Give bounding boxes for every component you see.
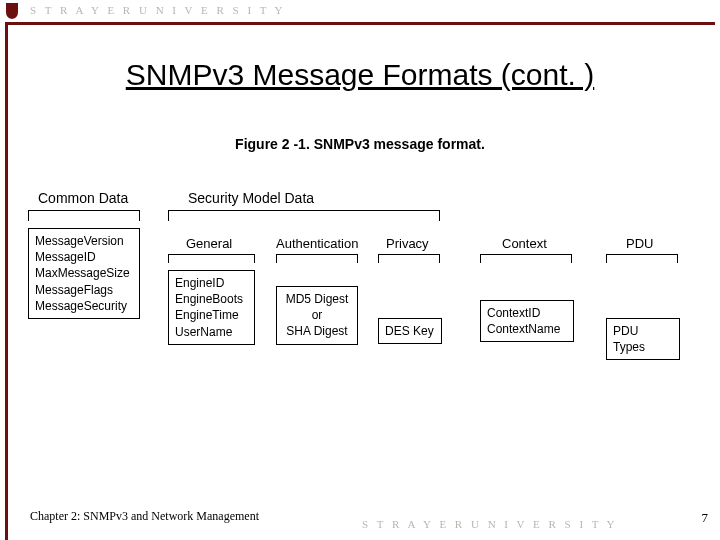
box-authentication-fields: MD5 Digest or SHA Digest: [276, 286, 358, 345]
figure-caption: Figure 2 -1. SNMPv3 message format.: [0, 136, 720, 152]
label-context: Context: [502, 236, 547, 251]
top-rule: [5, 22, 715, 25]
brace-context: [480, 254, 572, 263]
brace-security: [168, 210, 440, 221]
brace-auth: [276, 254, 358, 263]
box-common-data-fields: MessageVersion MessageID MaxMessageSize …: [28, 228, 140, 319]
slide-title: SNMPv3 Message Formats (cont. ): [0, 58, 720, 92]
box-general-fields: EngineID EngineBoots EngineTime UserName: [168, 270, 255, 345]
footer-chapter: Chapter 2: SNMPv3 and Network Management: [30, 509, 259, 524]
brace-pdu: [606, 254, 678, 263]
label-authentication: Authentication: [276, 236, 358, 251]
brace-general: [168, 254, 255, 263]
left-rule: [5, 22, 8, 540]
box-pdu-fields: PDU Types: [606, 318, 680, 360]
label-common-data: Common Data: [38, 190, 128, 206]
page-number: 7: [702, 510, 709, 526]
brand-footer: S T R A Y E R U N I V E R S I T Y: [362, 518, 617, 530]
label-privacy: Privacy: [386, 236, 429, 251]
brace-common: [28, 210, 140, 221]
label-pdu: PDU: [626, 236, 653, 251]
brand-header: S T R A Y E R U N I V E R S I T Y: [30, 4, 285, 16]
shield-logo: [5, 2, 19, 20]
brace-privacy: [378, 254, 440, 263]
label-security-model-data: Security Model Data: [188, 190, 314, 206]
box-privacy-fields: DES Key: [378, 318, 442, 344]
box-context-fields: ContextID ContextName: [480, 300, 574, 342]
label-general: General: [186, 236, 232, 251]
